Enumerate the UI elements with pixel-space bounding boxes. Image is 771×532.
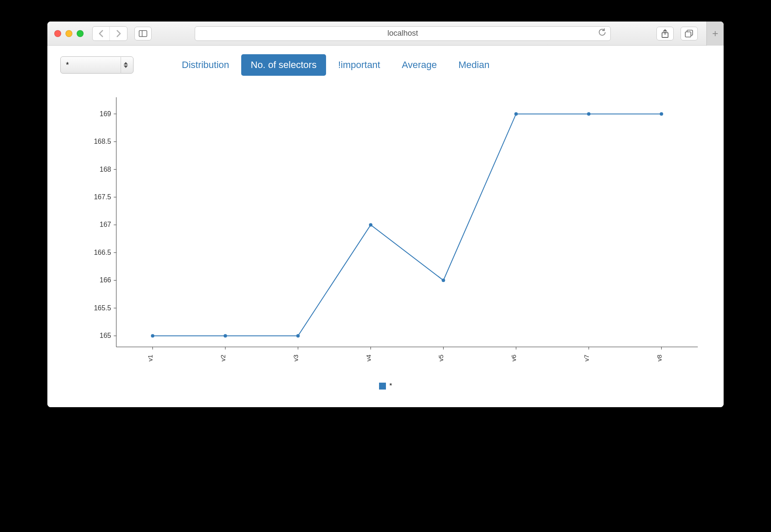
svg-rect-0 bbox=[139, 31, 147, 37]
address-text: localhost bbox=[387, 29, 418, 38]
svg-text:167: 167 bbox=[99, 221, 111, 228]
svg-text:168.5: 168.5 bbox=[94, 138, 111, 145]
address-bar[interactable]: localhost bbox=[195, 26, 611, 41]
window-controls bbox=[54, 30, 84, 37]
svg-text:v5: v5 bbox=[437, 355, 445, 362]
legend-swatch-icon bbox=[379, 383, 386, 390]
browser-window: localhost + * DistributionNo. of selecto… bbox=[47, 22, 724, 407]
svg-point-42 bbox=[224, 334, 227, 337]
app-toolbar: * DistributionNo. of selectors!important… bbox=[60, 54, 711, 76]
legend-label: * bbox=[389, 382, 392, 390]
svg-point-46 bbox=[514, 112, 518, 116]
selector-value: * bbox=[66, 61, 69, 70]
svg-text:v3: v3 bbox=[292, 355, 299, 362]
svg-text:166: 166 bbox=[99, 276, 111, 284]
svg-text:v8: v8 bbox=[656, 355, 663, 362]
back-button[interactable] bbox=[93, 27, 110, 40]
new-tab-button[interactable]: + bbox=[706, 22, 724, 46]
tab-important[interactable]: !important bbox=[329, 54, 390, 76]
svg-point-44 bbox=[369, 223, 373, 226]
svg-text:v4: v4 bbox=[365, 355, 372, 362]
tab-distribution[interactable]: Distribution bbox=[172, 54, 239, 76]
svg-point-48 bbox=[660, 112, 663, 116]
page-content: * DistributionNo. of selectors!important… bbox=[47, 46, 724, 407]
reload-icon[interactable] bbox=[598, 28, 606, 38]
metric-tabs: DistributionNo. of selectors!importantAv… bbox=[172, 54, 499, 76]
line-chart: 165165.5166166.5167167.5168168.5169v1v2v… bbox=[73, 89, 711, 377]
svg-text:v6: v6 bbox=[510, 355, 517, 362]
svg-point-47 bbox=[587, 112, 591, 116]
svg-point-41 bbox=[151, 334, 154, 337]
svg-text:165: 165 bbox=[99, 332, 111, 339]
svg-text:165.5: 165.5 bbox=[94, 304, 111, 312]
svg-text:168: 168 bbox=[99, 166, 111, 173]
forward-button[interactable] bbox=[110, 27, 127, 40]
close-window-button[interactable] bbox=[54, 30, 61, 37]
svg-text:v2: v2 bbox=[219, 355, 227, 362]
svg-text:169: 169 bbox=[99, 110, 111, 118]
dropdown-arrows-icon bbox=[121, 56, 130, 74]
share-button[interactable] bbox=[656, 27, 674, 40]
minimize-window-button[interactable] bbox=[65, 30, 72, 37]
selector-dropdown[interactable]: * bbox=[60, 56, 134, 74]
svg-text:166.5: 166.5 bbox=[94, 249, 111, 256]
svg-point-45 bbox=[441, 278, 445, 282]
sidebar-toggle-button[interactable] bbox=[134, 27, 152, 40]
tabs-button[interactable] bbox=[681, 27, 698, 40]
tab-average[interactable]: Average bbox=[392, 54, 447, 76]
svg-point-43 bbox=[296, 334, 300, 337]
svg-text:167.5: 167.5 bbox=[94, 193, 111, 201]
chart-area: 165165.5166166.5167167.5168168.5169v1v2v… bbox=[73, 89, 711, 377]
zoom-window-button[interactable] bbox=[77, 30, 84, 37]
titlebar: localhost + bbox=[47, 22, 724, 46]
chart-legend: * bbox=[60, 382, 711, 390]
svg-rect-4 bbox=[685, 32, 691, 37]
svg-text:v1: v1 bbox=[146, 355, 154, 362]
svg-text:v7: v7 bbox=[583, 355, 590, 362]
nav-buttons bbox=[92, 26, 127, 41]
tab-median[interactable]: Median bbox=[449, 54, 499, 76]
tab-no-of-selectors[interactable]: No. of selectors bbox=[241, 54, 326, 76]
right-toolbar bbox=[654, 27, 698, 40]
